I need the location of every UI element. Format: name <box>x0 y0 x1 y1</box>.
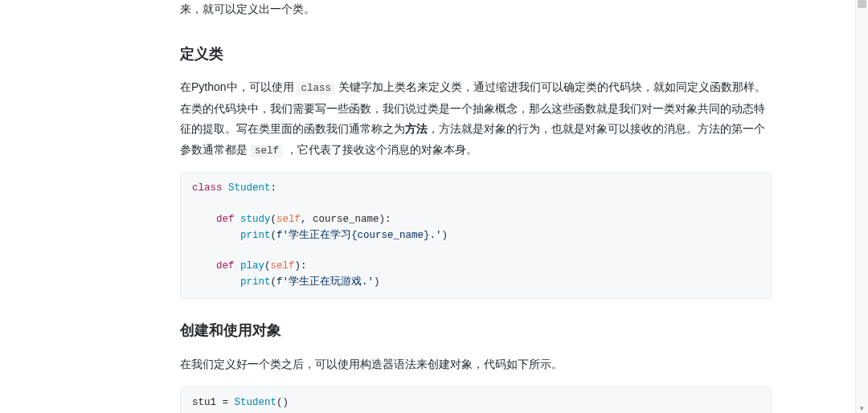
para-create-object-intro: 在我们定义好一个类之后，可以使用构造器语法来创建对象，代码如下所示。 <box>180 354 772 375</box>
str: f'学生正在玩游戏.' <box>276 276 374 288</box>
text: 在Python中，可以使用 <box>180 80 297 93</box>
fn: play <box>235 260 265 272</box>
code-block-create-objects: stu1 = Student() stu2 = Student() print(… <box>180 386 772 413</box>
punct: ( <box>271 214 277 225</box>
para-define-class: 在Python中，可以使用 class 关键字加上类名来定义类，通过缩进我们可以… <box>180 77 772 161</box>
punct: ) <box>442 230 448 241</box>
document-page: 来，就可以定义出一个类。 定义类 在Python中，可以使用 class 关键字… <box>0 0 868 413</box>
code-self-keyword: self <box>251 145 283 157</box>
self: self <box>271 260 295 272</box>
punct: ( <box>271 230 277 241</box>
punct: ( <box>264 260 271 272</box>
fn: print <box>192 276 271 288</box>
punct: : <box>271 182 277 194</box>
code-block-student-class: class Student: def study(self, course_na… <box>180 172 772 299</box>
str: f'学生正在学习{course_name}.' <box>276 230 442 241</box>
article-content: 来，就可以定义出一个类。 定义类 在Python中，可以使用 class 关键字… <box>167 0 784 413</box>
punct: ( <box>271 276 277 288</box>
kw: class <box>192 182 223 194</box>
code-class-keyword: class <box>297 82 335 95</box>
self: self <box>276 214 301 225</box>
punct: ) <box>374 276 380 288</box>
heading-create-use-object: 创建和使用对象 <box>180 318 772 343</box>
heading-define-class: 定义类 <box>180 42 772 67</box>
truncated-prev-line: 来，就可以定义出一个类。 <box>180 0 772 22</box>
kw: def <box>192 214 235 225</box>
bold-method: 方法 <box>405 122 428 135</box>
txt: stu1 = <box>192 397 235 408</box>
args: , course_name): <box>301 214 391 225</box>
fn: study <box>235 214 271 225</box>
fn: print <box>192 230 271 241</box>
cls: Student <box>223 182 271 194</box>
punct: () <box>276 397 289 408</box>
kw: def <box>192 260 235 272</box>
punct: ): <box>295 260 307 272</box>
cls: Student <box>235 397 277 408</box>
text: ，它代表了接收这个消息的对象本身。 <box>283 143 477 156</box>
